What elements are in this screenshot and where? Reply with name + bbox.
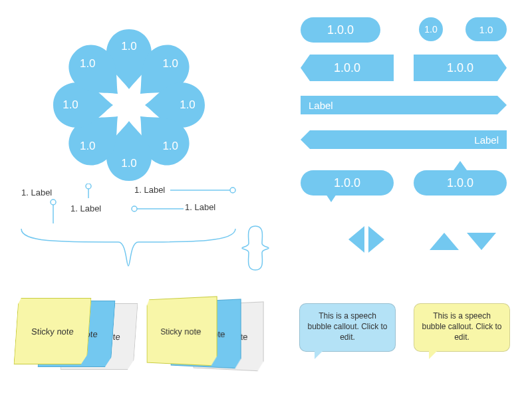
banner-left[interactable]: Label <box>310 130 507 149</box>
annotation-line-icon <box>130 205 184 213</box>
petal-label: 1.0 <box>70 57 105 70</box>
sticky-note[interactable]: Sticky note <box>14 298 92 364</box>
sticky-stack-2[interactable]: Sticky note Sticky note Sticky note <box>144 298 270 378</box>
speech-tail-icon <box>326 194 336 202</box>
sticky-stack-1[interactable]: Sticky note Sticky note Sticky note <box>16 298 142 378</box>
callout-blue[interactable]: This is a speech bubble callout. Click t… <box>299 303 396 352</box>
hex-arrow-right[interactable]: 1.0.0 <box>414 55 507 81</box>
hex-label: 1.0.0 <box>447 61 473 75</box>
banner-point-icon <box>301 130 310 149</box>
pill-large[interactable]: 1.0.0 <box>301 17 380 43</box>
speech-tail-icon <box>454 161 467 170</box>
svg-point-5 <box>86 184 91 189</box>
speech-pill-right[interactable]: 1.0.0 <box>414 170 507 196</box>
triangle-left-icon[interactable] <box>348 226 364 253</box>
annotation-line-icon <box>49 198 57 223</box>
speech-pill-label: 1.0.0 <box>447 176 473 190</box>
banner-label: Label <box>474 134 499 146</box>
triangle-right-icon[interactable] <box>368 226 384 253</box>
petal-label: 1.0 <box>70 140 105 153</box>
hex-label: 1.0.0 <box>334 61 360 75</box>
callout-tail-icon <box>315 350 324 359</box>
callout-yellow[interactable]: This is a speech bubble callout. Click t… <box>414 303 510 352</box>
banner-label: Label <box>309 100 333 111</box>
petal-label: 1.0 <box>112 40 146 53</box>
petal-label: 1.0 <box>153 57 188 70</box>
pill-label: 1.0.0 <box>327 23 354 37</box>
sticky-label: Sticky note <box>160 326 201 336</box>
callout-tail-icon <box>429 350 438 359</box>
sticky-label: Sticky note <box>31 327 74 336</box>
speech-pill-label: 1.0.0 <box>334 176 360 190</box>
vertical-brace-right-icon[interactable] <box>254 225 271 271</box>
triangle-up-icon[interactable] <box>430 233 459 250</box>
annotation-4[interactable]: 1. Label <box>185 202 215 212</box>
annotation-line-icon <box>84 184 92 202</box>
hex-arrow-left[interactable]: 1.0.0 <box>301 55 394 81</box>
svg-point-7 <box>230 188 235 193</box>
banner-point-icon <box>497 96 507 114</box>
annotation-1[interactable]: 1. Label <box>21 188 52 198</box>
pill-label: 1.0 <box>479 24 493 35</box>
svg-point-3 <box>51 200 56 205</box>
petal-flower[interactable]: 1.0 1.0 1.0 1.0 1.0 1.0 1.0 <box>29 5 229 205</box>
sticky-note[interactable]: Sticky note <box>147 296 217 366</box>
horizontal-brace-icon[interactable] <box>19 226 238 270</box>
annotation-2[interactable]: 1. Label <box>70 203 101 213</box>
speech-pill-left[interactable]: 1.0.0 <box>301 170 394 196</box>
callout-text: This is a speech bubble callout. Click t… <box>422 311 501 342</box>
svg-point-9 <box>132 206 137 211</box>
petal-label: 1.0 <box>53 98 88 112</box>
petal-label: 1.0 <box>112 157 146 170</box>
petal-label: 1.0 <box>153 140 188 153</box>
pill-label: 1.0 <box>424 24 437 35</box>
pill-small-2[interactable]: 1.0 <box>466 17 507 41</box>
annotation-line-icon <box>170 186 237 194</box>
annotation-3[interactable]: 1. Label <box>134 185 165 195</box>
callout-text: This is a speech bubble callout. Click t… <box>307 311 387 342</box>
banner-right[interactable]: Label <box>301 96 497 114</box>
pill-small-1[interactable]: 1.0 <box>419 17 443 41</box>
petal-label: 1.0 <box>170 98 205 112</box>
triangle-down-icon[interactable] <box>467 233 496 250</box>
